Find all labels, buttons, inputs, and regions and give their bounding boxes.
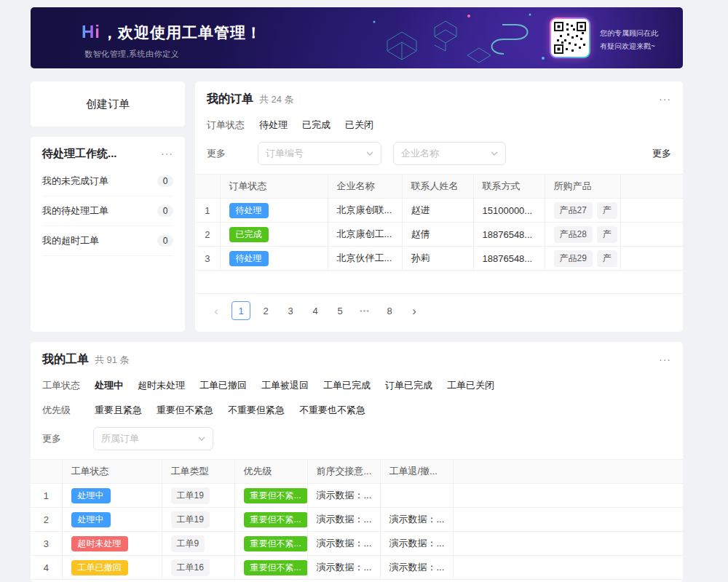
table-empty-space — [195, 271, 683, 294]
orders-panel-title: 我的订单 — [207, 92, 253, 107]
ticket-type-tag: 工单9 — [171, 535, 205, 552]
pending-work-stats-card: 待处理工作统... ··· 我的未完成订单 0 我的待处理工单 0 我的超时工单… — [31, 137, 185, 332]
consultant-note: 您的专属顾问在此 有疑问欢迎来戳~ — [600, 27, 658, 52]
ticket-status-option-order-done[interactable]: 订单已完成 — [385, 379, 432, 392]
col-ticket-type: 工单类型 — [162, 460, 234, 484]
tickets-more-filters-row: 更多 所属订单 — [31, 427, 683, 450]
ticket-row: 4 工单已撤回 工单16 重要但不紧... 演示数据：... 演示数据：... — [31, 556, 683, 580]
stat-item-pending-tickets[interactable]: 我的待处理工单 0 — [42, 196, 173, 226]
row-index: 2 — [31, 508, 62, 532]
company-name-select[interactable]: 企业名称 — [393, 142, 506, 165]
product-tag: 产 — [597, 202, 617, 219]
orders-count: 共 24 条 — [259, 93, 294, 106]
contact-cell: 赵倩 — [402, 223, 473, 247]
banner-greeting-text: ，欢迎使用工单管理！ — [102, 24, 262, 41]
stat-item-overtime-tickets[interactable]: 我的超时工单 0 — [42, 226, 173, 256]
page-8[interactable]: 8 — [380, 301, 399, 320]
ticket-status-option-processing[interactable]: 处理中 — [95, 379, 123, 392]
ticket-row: 1 处理中 工单19 重要但不紧... 演示数据：... — [31, 484, 683, 508]
priority-option-not-important-not-urgent[interactable]: 不重要也不紧急 — [299, 404, 365, 417]
order-row: 2 已完成 北京康创工... 赵倩 18876548... 产品28产 — [195, 223, 683, 247]
status-badge: 工单已撤回 — [71, 560, 128, 575]
orders-table-header-row: 订单状态 企业名称 联系人姓名 联系方式 所购产品 — [195, 175, 683, 199]
priority-option-important-urgent[interactable]: 重要且紧急 — [95, 404, 142, 417]
phone-cell: 15100000... — [473, 199, 545, 223]
parent-order-placeholder: 所属订单 — [101, 432, 139, 445]
order-row: 3 待处理 北京伙伴工... 孙莉 18876548... 产品29产 — [195, 247, 683, 271]
priority-filter-label: 优先级 — [42, 404, 95, 417]
consultant-line2: 有疑问欢迎来戳~ — [600, 40, 658, 53]
col-ticket-status: 工单状态 — [62, 460, 162, 484]
order-row: 1 待处理 北京康创联... 赵进 15100000... 产品27产 — [195, 199, 683, 223]
page-3[interactable]: 3 — [281, 301, 300, 320]
row-index: 1 — [195, 199, 220, 223]
ticket-status-option-ticket-done[interactable]: 工单已完成 — [323, 379, 371, 392]
order-status-option-closed[interactable]: 已关闭 — [345, 119, 373, 132]
withdraw-cell: 演示数据：... — [380, 508, 453, 532]
create-order-button[interactable]: 创建订单 — [31, 81, 185, 127]
col-handover: 前序交接意... — [307, 460, 380, 484]
handover-cell: 演示数据：... — [307, 484, 380, 508]
product-tag: 产品29 — [554, 250, 593, 267]
tickets-count: 共 91 条 — [95, 354, 130, 367]
product-tag: 产品28 — [554, 226, 593, 243]
ticket-status-option-overtime[interactable]: 超时未处理 — [138, 379, 185, 392]
ticket-row: 2 处理中 工单19 重要但不紧... 演示数据：... 演示数据：... — [31, 508, 683, 532]
withdraw-cell: 演示数据：... — [380, 556, 453, 580]
prev-page-icon[interactable]: ‹ — [207, 301, 226, 320]
stats-card-menu-icon[interactable]: ··· — [161, 148, 173, 159]
ticket-status-option-recalled[interactable]: 工单已撤回 — [199, 379, 247, 392]
ticket-status-filter-label: 工单状态 — [42, 379, 95, 392]
product-cell: 产品29产 — [545, 247, 620, 271]
ticket-type-tag: 工单19 — [171, 511, 210, 528]
parent-order-select[interactable]: 所属订单 — [93, 427, 213, 450]
status-badge: 处理中 — [71, 512, 111, 527]
next-page-icon[interactable]: › — [405, 301, 424, 320]
order-status-option-pending[interactable]: 待处理 — [259, 119, 288, 132]
col-index — [195, 175, 220, 199]
orders-panel-menu-icon[interactable]: ··· — [659, 94, 671, 104]
col-product: 所购产品 — [545, 175, 620, 199]
page-1[interactable]: 1 — [232, 301, 250, 320]
col-withdraw: 工单退/撤... — [380, 460, 453, 484]
page-4[interactable]: 4 — [306, 301, 325, 320]
col-contact: 联系人姓名 — [402, 175, 473, 199]
order-status-option-done[interactable]: 已完成 — [302, 119, 331, 132]
contact-cell: 孙莉 — [402, 247, 473, 271]
tickets-panel-menu-icon[interactable]: ··· — [659, 354, 671, 364]
ticket-status-filter: 工单状态 处理中 超时未处理 工单已撤回 工单被退回 工单已完成 订单已完成 工… — [31, 379, 683, 392]
row-index: 1 — [31, 484, 62, 508]
priority-option-not-important-urgent[interactable]: 不重要但紧急 — [228, 404, 285, 417]
page-2[interactable]: 2 — [256, 301, 275, 320]
product-cell: 产品28产 — [545, 223, 620, 247]
withdraw-cell — [380, 484, 453, 508]
orders-more-filters-row: 更多 订单编号 企业名称 更多 — [195, 142, 683, 165]
tickets-table: 工单状态 工单类型 优先级 前序交接意... 工单退/撤... 1 处理中 工单… — [31, 459, 683, 580]
tickets-panel-title: 我的工单 — [42, 352, 89, 367]
col-filler — [453, 460, 683, 484]
order-status-filter: 订单状态 待处理 已完成 已关闭 — [195, 119, 683, 132]
stat-label: 我的超时工单 — [42, 234, 99, 247]
banner-title: Hi，欢迎使用工单管理！ — [82, 22, 262, 43]
orders-more-link[interactable]: 更多 — [652, 147, 671, 160]
stat-label: 我的未完成订单 — [42, 175, 108, 188]
ticket-status-option-returned[interactable]: 工单被退回 — [261, 379, 309, 392]
chevron-down-icon — [366, 151, 373, 156]
pagination-ellipsis-icon[interactable]: ••• — [355, 301, 374, 320]
ticket-status-option-closed[interactable]: 工单已关闭 — [447, 379, 494, 392]
col-company: 企业名称 — [328, 175, 402, 199]
priority-badge: 重要但不紧... — [244, 560, 308, 575]
handover-cell: 演示数据：... — [307, 556, 380, 580]
priority-badge: 重要但不紧... — [244, 512, 308, 527]
stat-item-unfinished-orders[interactable]: 我的未完成订单 0 — [42, 167, 173, 196]
col-index — [31, 460, 62, 484]
order-number-select[interactable]: 订单编号 — [258, 142, 381, 165]
page-5[interactable]: 5 — [331, 301, 349, 320]
col-phone: 联系方式 — [473, 175, 545, 199]
company-name-placeholder: 企业名称 — [401, 147, 439, 160]
orders-more-label: 更多 — [207, 147, 258, 160]
handover-cell: 演示数据：... — [307, 508, 380, 532]
welcome-banner: Hi，欢迎使用工单管理！ 数智化管理,系统由你定义 — [31, 7, 683, 68]
priority-option-important-not-urgent[interactable]: 重要但不紧急 — [157, 404, 213, 417]
company-cell: 北京康创工... — [328, 223, 402, 247]
